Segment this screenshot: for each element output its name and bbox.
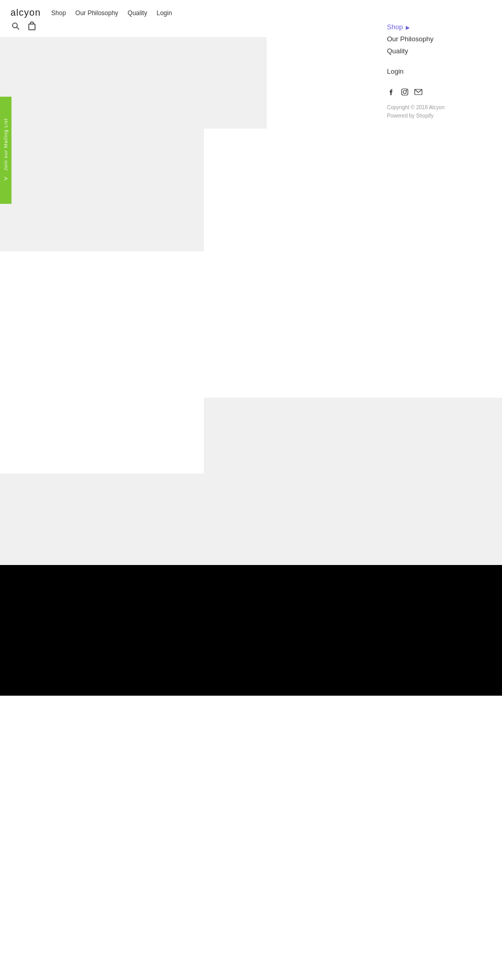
gray-section [0,474,502,565]
social-links [387,88,492,98]
site-logo[interactable]: alcyon [10,7,41,18]
copyright-text: Copyright © 2018 Alcyon [387,103,492,112]
menu-panel: Shop ▶ Our Philosophy Quality Login Copy… [376,0,502,199]
email-icon [414,88,423,96]
menu-item-philosophy[interactable]: Our Philosophy [387,33,492,45]
menu-arrow-icon: ▶ [406,25,410,30]
main-nav: Shop Our Philosophy Quality Login [51,9,172,17]
nav-shop[interactable]: Shop [51,9,66,17]
svg-rect-2 [29,24,35,30]
powered-text: Powered by Shopify [387,112,492,120]
svg-point-6 [406,90,407,90]
svg-line-1 [17,27,19,30]
menu-item-quality[interactable]: Quality [387,45,492,57]
instagram-icon [401,88,409,96]
mailing-tab-text: Join our Mailing List [3,118,8,171]
hero-image-left [0,37,267,129]
col-white [0,398,204,474]
instagram-link[interactable] [401,88,409,98]
content-image-2 [0,129,204,251]
col-gray [204,398,502,474]
menu-item-shop[interactable]: Shop ▶ [387,21,492,33]
nav-quality[interactable]: Quality [128,9,147,17]
mailing-tab-arrow-icon: > [4,175,7,182]
cart-icon [27,21,37,31]
facebook-link[interactable] [387,88,395,98]
cart-button[interactable] [26,20,38,34]
svg-point-0 [13,23,17,28]
white-space-1 [0,251,502,398]
nav-philosophy[interactable]: Our Philosophy [75,9,118,17]
menu-item-login[interactable]: Login [387,65,492,77]
search-icon [12,22,20,30]
svg-point-5 [403,90,406,94]
mailing-list-tab[interactable]: Join our Mailing List > [0,97,12,204]
black-footer [0,565,502,696]
search-button[interactable] [10,21,21,33]
facebook-icon [387,88,395,96]
two-col-section [0,398,502,474]
nav-login[interactable]: Login [156,9,172,17]
email-link[interactable] [414,88,423,98]
